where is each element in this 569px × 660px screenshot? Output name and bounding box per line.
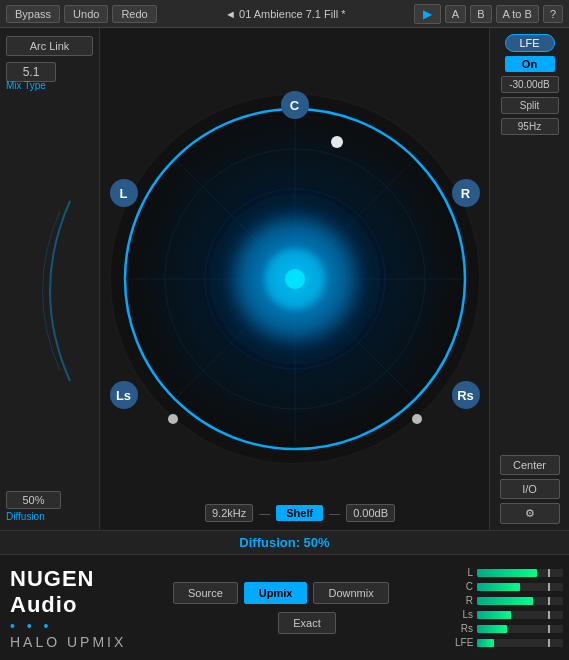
mix-type-label: Mix Type [6,80,93,91]
eq-dash: — [259,507,270,519]
meter-marker [548,597,550,605]
svg-point-13 [331,136,343,148]
center-area: C L R Ls Rs 9.2kHz — Shelf — 0.00dB [100,28,489,530]
gear-button[interactable]: ⚙ [500,503,560,524]
channel-ls[interactable]: Ls [110,381,138,409]
meter-row: R [455,595,563,606]
meter-bar-fill [477,583,520,591]
arc-left-decoration [20,191,80,391]
meter-bar-bg [477,611,563,619]
meter-label: Ls [455,609,473,620]
eq-freq[interactable]: 9.2kHz [205,504,253,522]
polar-display: C L R Ls Rs [105,89,485,469]
exact-button[interactable]: Exact [278,612,336,634]
meter-bar-fill [477,639,494,647]
meter-bar-bg [477,569,563,577]
channel-l[interactable]: L [110,179,138,207]
right-bottom-buttons: Center I/O ⚙ [500,455,560,524]
channel-rs[interactable]: Rs [452,381,480,409]
help-button[interactable]: ? [543,5,563,23]
meter-label: LFE [455,637,473,648]
eq-gain[interactable]: 0.00dB [346,504,395,522]
controls-area: Source Upmix Downmix Exact [165,555,449,660]
svg-point-14 [168,414,178,424]
meter-marker [548,639,550,647]
center-button[interactable]: Center [500,455,560,475]
play-button[interactable]: ▶ [414,4,441,24]
atob-button[interactable]: A to B [496,5,539,23]
meter-marker [548,583,550,591]
split-button[interactable]: Split [501,97,559,114]
db-value[interactable]: -30.00dB [501,76,559,93]
channel-r[interactable]: R [452,179,480,207]
meter-bar-fill [477,625,507,633]
app: Bypass Undo Redo ◄ 01 Ambience 7.1 Fill … [0,0,569,660]
meter-bar-fill [477,597,533,605]
meter-marker [548,611,550,619]
source-button[interactable]: Source [173,582,238,604]
ab-button[interactable]: A [445,5,466,23]
meter-label: C [455,581,473,592]
diffusion-text: Diffusion: 50% [239,535,329,550]
upmix-button[interactable]: Upmix [244,582,308,604]
meter-bar-bg [477,625,563,633]
eq-dash2: — [329,507,340,519]
svg-point-12 [285,269,305,289]
format-display: 5.1 Mix Type [6,62,93,91]
meter-label: L [455,567,473,578]
diffusion-area: 50% Diffusion [6,491,93,522]
eq-bar: 9.2kHz — Shelf — 0.00dB [205,504,404,522]
meter-label: R [455,595,473,606]
left-panel: Arc Link 5.1 Mix Type 50% Diffusion [0,28,100,530]
brand-nugen: NUGEN Audio [10,566,155,618]
diffusion-value[interactable]: 50% [6,491,61,509]
downmix-button[interactable]: Downmix [313,582,388,604]
preset-name: ◄ 01 Ambience 7.1 Fill * [161,8,410,20]
bottom-content: NUGEN Audio • • • HALO UPMIX Source Upmi… [0,555,569,660]
meter-bar-bg [477,597,563,605]
bypass-button[interactable]: Bypass [6,5,60,23]
format-value[interactable]: 5.1 [6,62,56,82]
meter-row: Rs [455,623,563,634]
undo-button[interactable]: Undo [64,5,108,23]
meters-area: LCRLsRsLFE [449,555,569,660]
right-panel: LFE On -30.00dB Split 95Hz Center I/O ⚙ [489,28,569,530]
meter-bar-fill [477,611,511,619]
meter-row: Ls [455,609,563,620]
on-button[interactable]: On [505,56,555,72]
toolbar-right: ▶ A B A to B ? [414,4,563,24]
diffusion-display-bar: Diffusion: 50% [0,531,569,555]
shelf-button[interactable]: Shelf [276,505,323,521]
meter-label: Rs [455,623,473,634]
brand-area: NUGEN Audio • • • HALO UPMIX [0,555,165,660]
polar-svg [105,89,485,469]
middle-section: Arc Link 5.1 Mix Type 50% Diffusion [0,28,569,530]
meter-row: C [455,581,563,592]
mode-buttons: Source Upmix Downmix [173,582,441,604]
freq-value[interactable]: 95Hz [501,118,559,135]
bottom-section: Diffusion: 50% NUGEN Audio • • • HALO UP… [0,530,569,660]
lfe-button[interactable]: LFE [505,34,555,52]
arc-link-button[interactable]: Arc Link [6,36,93,56]
meter-marker [548,569,550,577]
meter-marker [548,625,550,633]
brand-halo: HALO UPMIX [10,634,155,650]
channel-c[interactable]: C [281,91,309,119]
toolbar: Bypass Undo Redo ◄ 01 Ambience 7.1 Fill … [0,0,569,28]
meter-bar-bg [477,583,563,591]
meter-bar-bg [477,639,563,647]
brand-dots: • • • [10,618,155,634]
svg-point-15 [412,414,422,424]
b-button[interactable]: B [470,5,491,23]
exact-row: Exact [173,612,441,634]
meter-row: L [455,567,563,578]
redo-button[interactable]: Redo [112,5,156,23]
meter-row: LFE [455,637,563,648]
io-button[interactable]: I/O [500,479,560,499]
diffusion-label: Diffusion [6,511,93,522]
meter-bar-fill [477,569,537,577]
